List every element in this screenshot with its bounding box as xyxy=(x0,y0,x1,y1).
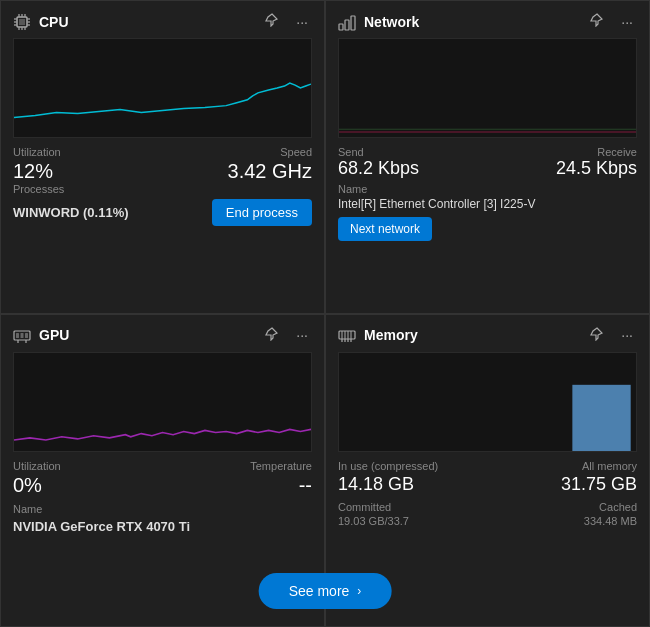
next-network-button[interactable]: Next network xyxy=(338,217,432,241)
memory-all-value: 31.75 GB xyxy=(561,474,637,495)
network-speeds: Send 68.2 Kbps Receive 24.5 Kbps xyxy=(338,146,637,179)
memory-more-icon: ··· xyxy=(621,327,633,343)
svg-rect-18 xyxy=(16,333,19,338)
network-icon xyxy=(338,13,356,31)
cpu-more-icon: ··· xyxy=(296,14,308,30)
cpu-header: CPU ··· xyxy=(13,11,312,32)
cpu-icon xyxy=(13,13,31,31)
gpu-pin-button[interactable] xyxy=(260,325,282,346)
gpu-name-label: Name xyxy=(13,503,312,515)
network-title: Network xyxy=(364,14,419,30)
svg-rect-1 xyxy=(19,19,25,25)
gpu-values: 0% -- xyxy=(13,474,312,497)
cpu-actions: ··· xyxy=(260,11,312,32)
cpu-process-name: WINWORD (0.11%) xyxy=(13,205,129,220)
see-more-button[interactable]: See more › xyxy=(259,573,392,609)
memory-committed-label: Committed xyxy=(338,501,391,513)
memory-cached-label: Cached xyxy=(599,501,637,513)
network-chart xyxy=(338,38,637,138)
network-receive-label: Receive xyxy=(556,146,637,158)
network-send-group: Send 68.2 Kbps xyxy=(338,146,419,179)
cpu-title: CPU xyxy=(39,14,69,30)
memory-chart xyxy=(338,352,637,452)
cpu-chart xyxy=(13,38,312,138)
gpu-utilization-label: Utilization xyxy=(13,460,61,472)
memory-stats-labels: In use (compressed) All memory xyxy=(338,460,637,472)
svg-rect-20 xyxy=(25,333,28,338)
memory-cached-value: 334.48 MB xyxy=(584,515,637,527)
network-send-value: 68.2 Kbps xyxy=(338,158,419,179)
network-header: Network ··· xyxy=(338,11,637,32)
cpu-card: CPU ··· Utilization Speed xyxy=(0,0,325,314)
cpu-utilization-label: Utilization xyxy=(13,146,61,158)
svg-rect-23 xyxy=(339,331,355,339)
cpu-values: 12% 3.42 GHz xyxy=(13,160,312,183)
memory-values: 14.18 GB 31.75 GB xyxy=(338,474,637,495)
network-name-label: Name xyxy=(338,183,637,195)
gpu-name-value: NVIDIA GeForce RTX 4070 Ti xyxy=(13,519,312,534)
memory-committed-value: 19.03 GB/33.7 xyxy=(338,515,409,527)
gpu-actions: ··· xyxy=(260,325,312,346)
gpu-stats-labels: Utilization Temperature xyxy=(13,460,312,472)
network-more-icon: ··· xyxy=(621,14,633,30)
network-pin-button[interactable] xyxy=(585,11,607,32)
svg-rect-14 xyxy=(339,24,343,30)
svg-rect-19 xyxy=(21,333,24,338)
cpu-more-button[interactable]: ··· xyxy=(292,12,312,32)
svg-rect-16 xyxy=(351,16,355,30)
memory-title-group: Memory xyxy=(338,326,418,344)
network-send-label: Send xyxy=(338,146,419,158)
see-more-chevron-icon: › xyxy=(357,584,361,598)
see-more-label: See more xyxy=(289,583,350,599)
network-title-group: Network xyxy=(338,13,419,31)
memory-secondary-values: 19.03 GB/33.7 334.48 MB xyxy=(338,515,637,527)
memory-more-button[interactable]: ··· xyxy=(617,325,637,345)
memory-actions: ··· xyxy=(585,325,637,346)
network-card: Network ··· Send xyxy=(325,0,650,314)
gpu-header: GPU ··· xyxy=(13,325,312,346)
cpu-processes-label: Processes xyxy=(13,183,312,195)
gpu-title-group: GPU xyxy=(13,326,69,344)
cpu-stats-labels: Utilization Speed xyxy=(13,146,312,158)
cpu-pin-button[interactable] xyxy=(260,11,282,32)
gpu-more-button[interactable]: ··· xyxy=(292,325,312,345)
memory-title: Memory xyxy=(364,327,418,343)
memory-all-label: All memory xyxy=(582,460,637,472)
cpu-utilization-value: 12% xyxy=(13,160,53,183)
gpu-more-icon: ··· xyxy=(296,327,308,343)
memory-pin-button[interactable] xyxy=(585,325,607,346)
main-grid: CPU ··· Utilization Speed xyxy=(0,0,650,627)
cpu-title-group: CPU xyxy=(13,13,69,31)
memory-secondary-labels: Committed Cached xyxy=(338,501,637,513)
network-name-value: Intel[R] Ethernet Controller [3] I225-V xyxy=(338,197,637,211)
cpu-process-row: WINWORD (0.11%) End process xyxy=(13,199,312,226)
network-more-button[interactable]: ··· xyxy=(617,12,637,32)
end-process-button[interactable]: End process xyxy=(212,199,312,226)
svg-rect-15 xyxy=(345,20,349,30)
network-actions: ··· xyxy=(585,11,637,32)
memory-in-use-value: 14.18 GB xyxy=(338,474,414,495)
network-receive-value: 24.5 Kbps xyxy=(556,158,637,179)
gpu-temperature-label: Temperature xyxy=(250,460,312,472)
cpu-speed-value: 3.42 GHz xyxy=(228,160,312,183)
network-receive-group: Receive 24.5 Kbps xyxy=(556,146,637,179)
svg-rect-32 xyxy=(572,384,630,451)
memory-icon xyxy=(338,326,356,344)
cpu-speed-label: Speed xyxy=(280,146,312,158)
gpu-title: GPU xyxy=(39,327,69,343)
memory-header: Memory ··· xyxy=(338,325,637,346)
gpu-chart xyxy=(13,352,312,452)
gpu-temperature-value: -- xyxy=(299,474,312,497)
gpu-utilization-value: 0% xyxy=(13,474,42,497)
memory-in-use-label: In use (compressed) xyxy=(338,460,438,472)
gpu-icon xyxy=(13,326,31,344)
